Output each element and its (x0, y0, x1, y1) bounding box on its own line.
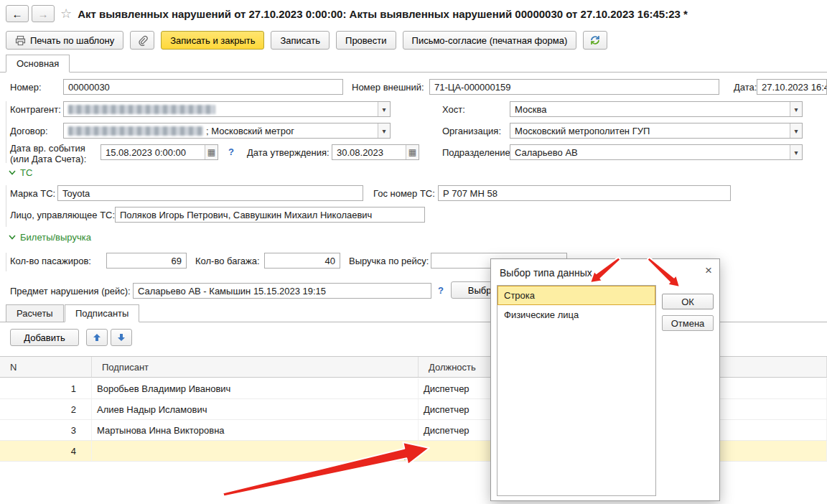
tab-signers[interactable]: Подписанты (65, 304, 139, 322)
cell-edit-caret (404, 442, 406, 460)
calendar-icon[interactable]: ▦ (406, 145, 419, 159)
brand-field[interactable]: Toyota (57, 185, 363, 201)
help-icon[interactable]: ? (228, 146, 234, 157)
add-row-label: Добавить (24, 332, 65, 343)
driver-label: Лицо, управляющее ТС: (10, 210, 115, 220)
group-line (6, 253, 6, 271)
save-label: Записать (280, 35, 320, 46)
host-value: Москва (515, 104, 546, 115)
driver-field[interactable]: Поляков Игорь Петрович, Саввушкин Михаил… (115, 207, 425, 223)
baggage-field[interactable]: 40 (264, 253, 340, 269)
group-line (6, 101, 6, 163)
host-label: Хост: (442, 104, 465, 115)
division-value: Саларьево АВ (515, 147, 578, 158)
add-row-button[interactable]: Добавить (10, 329, 79, 346)
move-down-button[interactable] (111, 329, 132, 346)
save-and-close-button[interactable]: Записать и закрыть (161, 31, 264, 50)
back-button[interactable]: ← (6, 5, 29, 22)
contractor-label: Контрагент: (10, 104, 61, 115)
attachments-button[interactable] (130, 31, 154, 50)
help-icon[interactable]: ? (438, 285, 444, 296)
contract-label: Договор: (10, 126, 48, 136)
data-type-dialog: Выбор типа данных × Строка Физические ли… (490, 258, 720, 501)
titlebar: ← → ☆ Акт выявленных нарушений от 27.10.… (0, 0, 827, 27)
app-window: ← → ☆ Акт выявленных нарушений от 27.10.… (0, 0, 827, 504)
consent-letter-label: Письмо-согласие (печатная форма) (412, 35, 568, 46)
number-value: 00000030 (68, 82, 110, 93)
tab-main[interactable]: Основная (6, 55, 70, 73)
passengers-label: Кол-во пасажиров: (10, 256, 91, 266)
organization-value: Московский метрополитен ГУП (515, 126, 650, 136)
tab-signers-label: Подписанты (75, 308, 129, 319)
data-type-list[interactable]: Строка Физические лица (497, 285, 656, 496)
revenue-label: Выручка по рейсу: (349, 256, 429, 266)
column-header-role-label: Должность (429, 362, 476, 373)
refresh-button[interactable] (583, 31, 607, 50)
number-field[interactable]: 00000030 (63, 79, 343, 95)
post-button[interactable]: Провести (336, 31, 396, 50)
list-item-individuals[interactable]: Физические лица (497, 305, 655, 325)
close-icon[interactable]: × (705, 263, 712, 278)
ext-number-label: Номер внешний: (352, 82, 424, 93)
tab-main-label: Основная (17, 58, 59, 69)
cancel-button[interactable]: Отмена (662, 315, 714, 331)
plate-field[interactable]: Р 707 МН 58 (438, 185, 731, 201)
event-date-field[interactable]: 15.08.2023 0:00:00 ▦ (101, 144, 218, 160)
section-vehicle[interactable]: ТС (9, 167, 32, 178)
back-icon: ← (12, 8, 23, 20)
arrow-up-icon (93, 333, 101, 342)
plate-label: Гос номер ТС: (373, 188, 435, 199)
column-header-n[interactable]: N (0, 357, 92, 377)
event-date-label: Дата вр. события (10, 143, 85, 154)
division-label: Подразделение: (442, 147, 513, 158)
section-vehicle-label: ТС (20, 167, 32, 178)
column-header-signer-label: Подписант (102, 362, 149, 373)
row-number: 2 (71, 404, 76, 415)
date-field[interactable]: 27.10.2023 16:45:23 (757, 79, 827, 95)
save-button[interactable]: Записать (271, 31, 330, 50)
row-number: 3 (71, 425, 76, 436)
list-item-string[interactable]: Строка (497, 286, 655, 305)
passengers-field[interactable]: 69 (106, 253, 187, 269)
favorite-star-icon[interactable]: ☆ (60, 6, 72, 22)
contractor-field[interactable]: ▾ (63, 101, 391, 117)
signer-role: Диспетчер (424, 404, 469, 415)
forward-button[interactable]: → (32, 5, 55, 22)
print-template-button[interactable]: Печать по шаблону (6, 31, 123, 50)
dialog-title: Выбор типа данных (500, 267, 592, 279)
brand-label: Марка ТС: (10, 188, 55, 199)
chevron-down-icon[interactable]: ▾ (790, 123, 802, 138)
organization-field[interactable]: Московский метрополитен ГУП ▾ (510, 123, 803, 139)
subject-field[interactable]: Саларьево АВ - Камышин 15.15.2023 19:15 (133, 283, 431, 299)
organization-label: Организация: (442, 126, 501, 136)
chevron-down-icon[interactable]: ▾ (378, 102, 390, 116)
plate-value: Р 707 МН 58 (443, 188, 497, 199)
move-up-button[interactable] (86, 329, 108, 346)
tab-calculations[interactable]: Расчеты (6, 304, 64, 322)
chevron-down-icon[interactable]: ▾ (790, 145, 802, 159)
signer-name: Мартынова Инна Викторовна (97, 425, 225, 436)
chevron-down-icon[interactable]: ▾ (378, 123, 390, 138)
column-header-signer[interactable]: Подписант (92, 357, 419, 377)
subject-value: Саларьево АВ - Камышин 15.15.2023 19:15 (138, 286, 326, 297)
row-number: 4 (71, 446, 76, 457)
calendar-icon[interactable]: ▦ (205, 145, 218, 159)
ext-number-field[interactable]: 71-ЦА-000000159 (429, 79, 719, 95)
division-field[interactable]: Саларьево АВ ▾ (510, 144, 803, 160)
approve-date-value: 30.08.2023 (337, 147, 383, 158)
ok-button[interactable]: ОК (662, 294, 714, 309)
forward-icon: → (38, 8, 49, 20)
section-tickets[interactable]: Билеты/выручка (9, 232, 91, 243)
approve-date-label: Дата утверждения: (247, 147, 330, 158)
post-label: Провести (345, 35, 387, 46)
event-date-value: 15.08.2023 0:00:00 (106, 147, 186, 158)
approve-date-field[interactable]: 30.08.2023 ▦ (332, 144, 419, 160)
main-tabstrip: Основная (0, 55, 827, 73)
host-field[interactable]: Москва ▾ (510, 101, 803, 117)
consent-letter-button[interactable]: Письмо-согласие (печатная форма) (403, 31, 577, 50)
chevron-down-icon (9, 235, 16, 240)
contract-field[interactable]: ; Московский метрог ▾ (63, 123, 391, 139)
cancel-button-label: Отмена (671, 318, 705, 329)
ok-button-label: ОК (681, 297, 694, 307)
chevron-down-icon[interactable]: ▾ (790, 102, 802, 116)
